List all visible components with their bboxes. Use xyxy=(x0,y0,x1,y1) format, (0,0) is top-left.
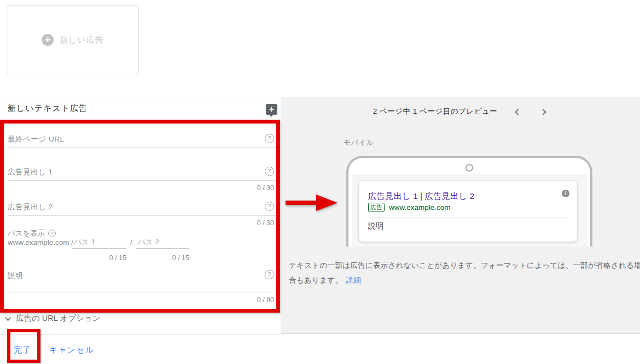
cancel-button[interactable]: キャンセル xyxy=(49,345,94,355)
headline1-underline xyxy=(8,180,276,181)
sparkle-icon xyxy=(269,107,275,113)
ad-display-url: www.example.com xyxy=(389,203,451,212)
description-counter: 0 / 80 xyxy=(257,296,274,304)
ad-card-divider xyxy=(368,217,568,218)
headline2-counter: 0 / 30 xyxy=(257,219,274,227)
final-url-help-icon[interactable]: ? xyxy=(265,134,274,143)
device-label: モバイル xyxy=(344,138,374,148)
annotation-arrow xyxy=(284,193,339,212)
description-help-icon[interactable]: ? xyxy=(265,270,274,279)
form-title: 新しいテキスト広告 xyxy=(8,103,88,114)
ad-url-options-expander[interactable]: 広告の URL オプション xyxy=(7,313,101,324)
headline2-help-icon[interactable]: ? xyxy=(265,202,274,211)
path-help-icon[interactable]: ? xyxy=(48,230,56,237)
url-options-label: 広告の URL オプション xyxy=(16,313,101,324)
path-separator: / xyxy=(130,238,132,246)
final-url-underline xyxy=(8,147,276,148)
preview-header: 2 ページ中 1 ページ目のプレビュー xyxy=(281,97,640,126)
details-link[interactable]: 詳細 xyxy=(346,276,361,284)
path2-input[interactable]: パス 2 xyxy=(136,237,189,249)
path1-input[interactable]: パス 1 xyxy=(72,237,126,249)
new-ad-card[interactable]: + 新しい広告 xyxy=(7,5,139,74)
ad-editor-page: + 新しい広告 新しいテキスト広告 最終ページ URL ? 広告見出し 1 ? … xyxy=(0,0,640,364)
chevron-left-icon xyxy=(515,109,521,115)
next-page-button[interactable] xyxy=(539,104,548,119)
ad-preview-card: 広告見出し 1 | 広告見出し 2 i 広告 www.example.com 説… xyxy=(359,181,577,242)
headline2-input[interactable]: 広告見出し 2 xyxy=(8,202,53,212)
disclaimer-text: テキストの一部は広告に表示されないことがあります。フォーマットによっては、一部が… xyxy=(289,261,640,284)
previous-page-button[interactable] xyxy=(514,104,522,119)
done-button[interactable]: 完了 xyxy=(14,345,31,355)
headline1-help-icon[interactable]: ? xyxy=(265,167,274,176)
headline2-underline xyxy=(8,215,276,216)
footer-divider xyxy=(0,334,281,335)
phone-camera-icon xyxy=(466,164,473,172)
chevron-right-icon xyxy=(540,109,546,115)
path1-counter: 0 / 15 xyxy=(72,254,126,262)
annotation-rectangle-form xyxy=(0,120,280,313)
info-icon[interactable]: i xyxy=(562,190,569,197)
preview-disclaimer: テキストの一部は広告に表示されないことがあります。フォーマットによっては、一部が… xyxy=(289,258,640,287)
headline1-input[interactable]: 広告見出し 1 xyxy=(8,167,53,177)
path2-counter: 0 / 15 xyxy=(136,254,189,262)
description-underline xyxy=(8,292,276,292)
preview-pager-title: 2 ページ中 1 ページ目のプレビュー xyxy=(373,107,498,116)
ad-preview-headline: 広告見出し 1 | 広告見出し 2 xyxy=(368,191,474,202)
ad-badge-row: 広告 www.example.com xyxy=(368,203,451,212)
path-label-row: パスを表示 ? xyxy=(8,228,56,238)
ad-suggestion-icon[interactable] xyxy=(266,104,277,115)
ad-preview-description: 説明 xyxy=(368,221,383,231)
phone-mockup: 広告見出し 1 | 広告見出し 2 i 広告 www.example.com 説… xyxy=(346,156,592,246)
plus-icon: + xyxy=(42,34,54,46)
ad-preview-panel: 2 ページ中 1 ページ目のプレビュー モバイル 広告見出し 1 | 広告見出し… xyxy=(281,97,640,334)
ad-badge: 広告 xyxy=(368,203,385,212)
new-ad-label: 新しい広告 xyxy=(60,35,104,45)
headline1-counter: 0 / 30 xyxy=(257,184,274,192)
text-ad-form-panel: 新しいテキスト広告 最終ページ URL ? 広告見出し 1 ? 0 / 30 広… xyxy=(0,97,281,364)
path-base-url: www.example.com / xyxy=(8,238,73,246)
phone-screen: 広告見出し 1 | 広告見出し 2 i 広告 www.example.com 説… xyxy=(352,174,587,246)
description-input[interactable]: 説明 xyxy=(8,271,23,281)
final-url-input[interactable]: 最終ページ URL xyxy=(8,134,64,144)
path-label: パスを表示 xyxy=(8,228,45,238)
chevron-down-icon xyxy=(5,314,11,320)
